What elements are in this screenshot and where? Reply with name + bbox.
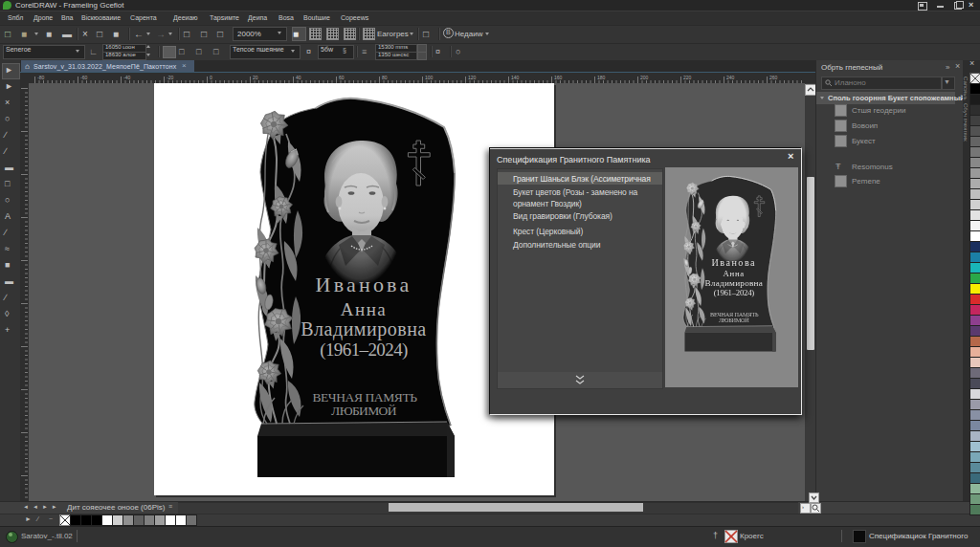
svg-text:200: 200	[640, 75, 649, 80]
svg-text:Владимировна: Владимировна	[301, 318, 426, 340]
svg-text:-20: -20	[167, 75, 173, 80]
svg-text:ВЕЧНАЯ ПАМЯТЬ: ВЕЧНАЯ ПАМЯТЬ	[312, 390, 417, 405]
svg-text:Анна: Анна	[724, 269, 745, 278]
svg-text:240: 240	[726, 75, 735, 80]
svg-text:(1961–2024): (1961–2024)	[320, 339, 408, 361]
svg-text:ЛЮБИМОЙ: ЛЮБИМОЙ	[331, 404, 397, 418]
svg-text:120: 120	[468, 75, 477, 80]
svg-text:100: 100	[425, 75, 434, 80]
svg-text:180: 180	[597, 75, 606, 80]
svg-text:Владимировна: Владимировна	[704, 278, 763, 288]
svg-text:Иванова: Иванова	[712, 257, 757, 268]
svg-text:140: 140	[511, 75, 520, 80]
svg-text:160: 160	[554, 75, 563, 80]
svg-text:-80: -80	[37, 75, 44, 80]
svg-text:-60: -60	[80, 75, 87, 80]
svg-text:ЛЮБИМОЙ: ЛЮБИМОЙ	[719, 317, 749, 323]
svg-text:220: 220	[683, 75, 692, 80]
svg-text:80: 80	[382, 75, 388, 80]
svg-text:(1961–2024): (1961–2024)	[714, 288, 755, 297]
svg-text:ВЕЧНАЯ ПАМЯТЬ: ВЕЧНАЯ ПАМЯТЬ	[710, 311, 759, 317]
svg-text:20: 20	[253, 75, 258, 80]
svg-text:60: 60	[339, 75, 345, 80]
svg-text:40: 40	[296, 75, 301, 80]
svg-text:260: 260	[769, 75, 778, 80]
svg-text:0: 0	[210, 75, 212, 80]
svg-text:Анна: Анна	[341, 299, 388, 319]
svg-text:Иванова: Иванова	[316, 273, 412, 296]
svg-text:-40: -40	[123, 75, 130, 80]
